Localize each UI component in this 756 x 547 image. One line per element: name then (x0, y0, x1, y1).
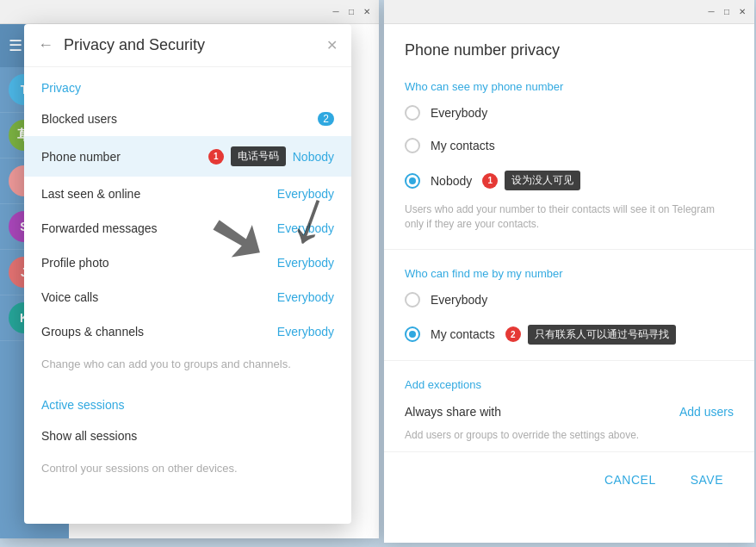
maximize-btn[interactable]: □ (344, 5, 358, 19)
radio-label-mycontacts-2: My contacts (431, 327, 495, 341)
divider-2 (384, 360, 754, 361)
active-sessions-label: Active sessions (24, 384, 351, 419)
minimize-btn-right[interactable]: ─ (704, 5, 718, 19)
dialog-info-text: Users who add your number to their conta… (384, 199, 754, 242)
radio-nobody[interactable]: Nobody 1 设为没人可见 (384, 162, 754, 199)
divider-1 (384, 249, 754, 250)
groups-channels-item[interactable]: Groups & channels Everybody (24, 314, 351, 349)
dialog-footer: CANCEL SAVE (384, 451, 754, 507)
panel-title: Privacy and Security (64, 36, 326, 54)
always-share-label: Always share with (405, 405, 679, 419)
last-seen-label: Last seen & online (41, 187, 277, 201)
app-window: ─ □ ✕ ☰ T 1:49 3 草 1:34 (0, 0, 379, 538)
blocked-users-badge: 2 (318, 112, 334, 126)
groups-channels-label: Groups & channels (41, 325, 277, 339)
left-titlebar: ─ □ ✕ (0, 0, 379, 24)
profile-photo-value: Everybody (277, 256, 334, 270)
section2-label: Who can find me by my number (384, 257, 754, 283)
panel-header: ← Privacy and Security ✕ (24, 24, 351, 67)
groups-desc: Change who can add you to groups and cha… (24, 349, 351, 384)
dialog-window: ─ □ ✕ Phone number privacy Who can see m… (384, 0, 754, 543)
radio-circle-mycontacts-2 (405, 326, 420, 342)
radio-label-nobody: Nobody (431, 174, 472, 188)
privacy-section-label: Privacy (24, 67, 351, 102)
dialog-body: Phone number privacy Who can see my phon… (384, 24, 754, 543)
show-sessions-label: Show all sessions (41, 429, 334, 443)
panel-body: Privacy Blocked users 2 Phone number 1 电… (24, 67, 351, 524)
annotation-tooltip-1: 电话号码 (231, 146, 286, 166)
blocked-users-label: Blocked users (41, 112, 318, 126)
back-button[interactable]: ← (38, 36, 53, 54)
phone-number-value: Nobody (293, 150, 334, 164)
cancel-button[interactable]: CANCEL (594, 466, 666, 494)
app-body: ☰ T 1:49 3 草 1:34 5496 (0, 24, 379, 538)
radio-circle-everybody-1 (405, 105, 420, 121)
hamburger-icon[interactable]: ☰ (9, 36, 22, 55)
phone-number-item[interactable]: Phone number 1 电话号码 Nobody (24, 136, 351, 177)
radio-circle-nobody (405, 173, 420, 189)
radio-label-everybody-1: Everybody (431, 106, 487, 120)
voice-calls-item[interactable]: Voice calls Everybody (24, 280, 351, 314)
save-button[interactable]: SAVE (680, 466, 734, 494)
profile-photo-item[interactable]: Profile photo Everybody (24, 246, 351, 280)
maximize-btn-right[interactable]: □ (720, 5, 734, 19)
close-panel-button[interactable]: ✕ (326, 37, 338, 53)
exceptions-desc: Add users or groups to override the sett… (384, 429, 754, 451)
radio-label-everybody-2: Everybody (431, 293, 487, 307)
voice-calls-label: Voice calls (41, 290, 277, 304)
dialog-title: Phone number privacy (384, 24, 754, 73)
exceptions-section-label: Add exceptions (384, 368, 754, 395)
radio-mycontacts-2[interactable]: My contacts 2 只有联系人可以通过号码寻找 (384, 316, 754, 353)
radio-circle-mycontacts-1 (405, 138, 420, 153)
right-titlebar: ─ □ ✕ (384, 0, 754, 24)
phone-number-label: Phone number (41, 150, 205, 164)
always-share-row: Always share with Add users (384, 395, 754, 429)
forwarded-value: Everybody (277, 221, 334, 235)
minimize-btn[interactable]: ─ (329, 5, 343, 19)
annotation-tooltip-dialog-1: 设为没人可见 (505, 171, 580, 190)
show-sessions-item[interactable]: Show all sessions (24, 419, 351, 453)
section1-label: Who can see my phone number (384, 73, 754, 96)
close-btn-left[interactable]: ✕ (360, 5, 374, 19)
voice-calls-value: Everybody (277, 290, 334, 304)
radio-label-mycontacts-1: My contacts (431, 139, 495, 152)
groups-channels-value: Everybody (277, 325, 334, 339)
radio-mycontacts-1[interactable]: My contacts (384, 129, 754, 162)
profile-photo-label: Profile photo (41, 256, 277, 270)
radio-everybody-2[interactable]: Everybody (384, 283, 754, 316)
radio-everybody-1[interactable]: Everybody (384, 96, 754, 129)
forwarded-label: Forwarded messages (41, 221, 277, 235)
annotation-num-dialog-1: 1 (482, 173, 498, 189)
annotation-tooltip-dialog-2: 只有联系人可以通过号码寻找 (528, 325, 676, 345)
last-seen-item[interactable]: Last seen & online Everybody (24, 177, 351, 211)
add-users-button[interactable]: Add users (679, 405, 734, 419)
radio-circle-everybody-2 (405, 292, 420, 308)
blocked-users-item[interactable]: Blocked users 2 (24, 102, 351, 136)
last-seen-value: Everybody (277, 187, 334, 201)
close-btn-right[interactable]: ✕ (735, 5, 749, 19)
annotation-num-1: 1 (208, 149, 224, 165)
annotation-num-dialog-2: 2 (505, 326, 521, 342)
privacy-panel: ← Privacy and Security ✕ Privacy Blocked… (24, 24, 351, 524)
forwarded-item[interactable]: Forwarded messages Everybody (24, 211, 351, 246)
sessions-desc: Control your sessions on other devices. (24, 453, 351, 488)
